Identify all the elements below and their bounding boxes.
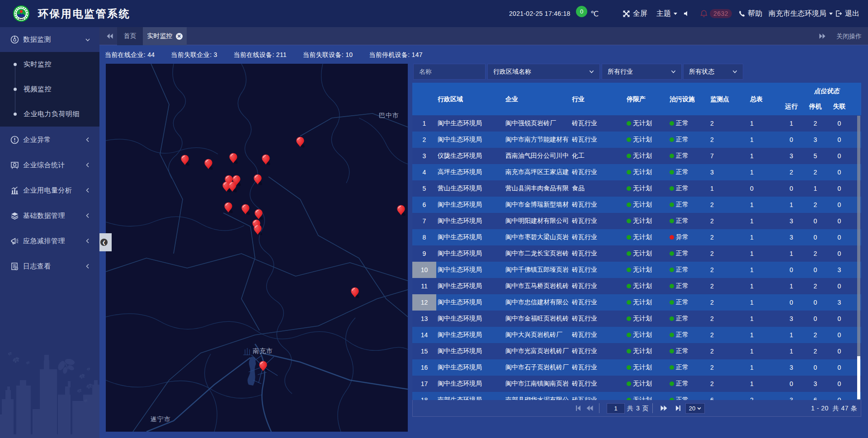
map-collapse-handle[interactable]: ❮ <box>99 233 112 251</box>
table-scrollbar[interactable] <box>857 116 860 400</box>
table-row-17[interactable]: 17阆中生态环境局阆中市江南镇阆南页岩砖瓦行业无计划正常21030 <box>412 376 861 392</box>
cell-company: 阆中市南方节能建材有 <box>505 136 571 144</box>
cell-run: 3 <box>779 396 803 400</box>
col-header: 停机 <box>803 102 827 111</box>
cell-points: 2 <box>710 331 746 339</box>
pager-divider <box>652 403 653 413</box>
name-filter-input[interactable]: 名称 <box>413 64 486 80</box>
next-page-icon[interactable] <box>660 404 668 412</box>
cell-facility-status: 正常 <box>670 396 708 400</box>
cell-industry: 砖瓦行业 <box>572 315 623 323</box>
tab-realtime-monitor[interactable]: 实时监控 ✕ <box>143 27 187 45</box>
app-header: 环保用电监管系统 2021-02-25 17:46:18 0 ℃ 全屏 主题 2… <box>0 0 868 27</box>
cell-points: 2 <box>710 315 746 322</box>
theme-button[interactable]: 主题 <box>656 0 677 27</box>
sidebar-item-2[interactable]: 企业综合统计 <box>0 152 99 178</box>
table-row-12[interactable]: 12阆中生态环境局阆中市忠信建材有限公砖瓦行业无计划正常21003 <box>412 294 861 311</box>
datetime: 2021-02-25 17:46:18 <box>509 0 571 27</box>
table-row-2[interactable]: 2阆中生态环境局阆中市南方节能建材有砖瓦行业无计划正常21030 <box>412 132 861 148</box>
table-row-8[interactable]: 8阆中生态环境局阆中市枣碧大梁山页岩砖瓦行业无计划异常21300 <box>412 229 861 245</box>
table-row-7[interactable]: 7阆中生态环境局阆中明阳建材有限公司砖瓦行业无计划正常21300 <box>412 213 861 229</box>
log-document-icon <box>10 262 19 271</box>
table-row-16[interactable]: 16阆中生态环境局阆中市石子页岩机砖厂砖瓦行业无计划正常21300 <box>412 359 861 376</box>
cell-meters: 1 <box>750 136 782 143</box>
table-row-6[interactable]: 6阆中生态环境局阆中市金博瑞新型墙材砖瓦行业无计划正常21120 <box>412 197 861 213</box>
region-filter-select[interactable]: 行政区域名称 <box>487 64 600 80</box>
industry-filter-select[interactable]: 所有行业 <box>602 64 682 80</box>
table-row-11[interactable]: 11阆中生态环境局阆中市五马桥页岩机砖砖瓦行业无计划正常21120 <box>412 278 861 294</box>
tabs-scroll-right-icon[interactable] <box>818 32 826 40</box>
help-button[interactable]: 帮助 <box>738 0 762 27</box>
logout-label: 退出 <box>845 9 859 19</box>
cell-run: 0 <box>779 185 803 192</box>
table-row-14[interactable]: 14阆中生态环境局阆中大兴页岩机砖厂砖瓦行业无计划正常21120 <box>412 327 861 343</box>
chevron-left-icon <box>85 238 90 244</box>
prev-page-icon[interactable] <box>585 404 594 412</box>
sidebar-item-6[interactable]: 日志查看 <box>0 254 99 279</box>
close-operations-button[interactable]: 关闭操作 <box>836 27 862 45</box>
cell-run: 0 <box>779 299 803 306</box>
last-page-icon[interactable] <box>674 404 682 412</box>
sidebar-subitem-实时监控[interactable]: 实时监控 <box>0 52 99 77</box>
cell-company: 阆中市石子页岩机砖厂 <box>505 363 571 372</box>
row-number: 17 <box>412 376 436 392</box>
cell-industry: 砖瓦行业 <box>572 201 623 209</box>
fullscreen-button[interactable]: 全屏 <box>623 0 647 27</box>
table-row-13[interactable]: 13阆中生态环境局阆中市金福旺页岩机砖砖瓦行业无计划正常21300 <box>412 311 861 327</box>
sidebar-item-5[interactable]: 应急减排管理 <box>0 228 99 254</box>
submenu-dot-icon <box>14 63 17 66</box>
sidebar-subitem-企业电力负荷明细[interactable]: 企业电力负荷明细 <box>0 102 99 127</box>
cell-stop: 3 <box>803 136 827 143</box>
cell-lost: 3 <box>827 266 851 273</box>
cell-meters: 1 <box>750 266 782 273</box>
cell-limit-status: 无计划 <box>627 266 668 274</box>
sidebar-item-4[interactable]: 基础数据管理 <box>0 203 99 228</box>
cell-company: 西南油气田分公司川中 <box>505 152 571 160</box>
cell-industry: 食品 <box>572 184 623 193</box>
total-pages-label: 共 3 页 <box>627 400 649 417</box>
tab-home[interactable]: 首页 <box>117 27 143 45</box>
map-panel[interactable]: 巴中市南充市遂宁市 <box>106 64 408 432</box>
table-row-5[interactable]: 5营山生态环境局营山县润丰肉食品有限食品无计划正常10010 <box>412 180 861 197</box>
table-row-15[interactable]: 15阆中生态环境局阆中市光富页岩机砖厂砖瓦行业无计划正常21120 <box>412 343 861 359</box>
tab-close-icon[interactable]: ✕ <box>176 33 183 40</box>
org-selector[interactable]: 南充市生态环境局 <box>769 0 833 27</box>
table-row-10[interactable]: 10阆中生态环境局阆中千佛镇五郎垭页岩砖瓦行业无计划正常21003 <box>412 262 861 278</box>
alarm-bell-button[interactable]: 2632 <box>700 0 732 27</box>
table-row-18[interactable]: 18南部生态环境局南部县砌华水泥有限公砖瓦行业无计划正常62360 <box>412 392 861 400</box>
cell-run: 1 <box>779 201 803 208</box>
table-row-9[interactable]: 9阆中生态环境局阆中市二龙长宝页岩砖砖瓦行业无计划正常21120 <box>412 245 861 262</box>
scrollbar-thumb[interactable] <box>857 356 860 399</box>
mute-button[interactable] <box>683 0 690 27</box>
fullscreen-icon <box>623 10 630 18</box>
table-row-1[interactable]: 1阆中生态环境局阆中强锐页岩砖厂砖瓦行业无计划正常21120 <box>412 115 861 132</box>
cell-meters: 1 <box>750 348 782 355</box>
cell-stop: 5 <box>803 152 827 160</box>
row-number: 8 <box>412 229 436 245</box>
cell-limit-status: 无计划 <box>627 168 668 176</box>
first-page-icon[interactable] <box>574 404 582 412</box>
sidebar-item-3[interactable]: 企业用电量分析 <box>0 178 99 203</box>
sidebar-item-0[interactable]: 数据监测 <box>0 27 99 52</box>
cell-lost: 0 <box>827 234 851 241</box>
logout-button[interactable]: 退出 <box>835 0 859 27</box>
phone-icon <box>738 10 745 17</box>
page-size-select[interactable]: 20 <box>685 403 705 414</box>
table-row-3[interactable]: 3仪陇生态环境局西南油气田分公司川中化工无计划正常71350 <box>412 148 861 164</box>
select-value: 行政区域名称 <box>493 68 531 76</box>
sidebar-subitem-视频监控[interactable]: 视频监控 <box>0 77 99 102</box>
sidebar-item-1[interactable]: 企业异常 <box>0 127 99 152</box>
cell-limit-status: 无计划 <box>627 201 668 209</box>
tabs-scroll-left-icon[interactable] <box>106 32 114 40</box>
table-row-4[interactable]: 4高坪生态环境局南充市高坪区王家店建砖瓦行业无计划正常31220 <box>412 164 861 180</box>
page-number-input[interactable]: 1 <box>607 403 625 414</box>
cell-limit-status: 无计划 <box>627 136 668 144</box>
status-dot-icon <box>670 251 674 256</box>
status-filter-select[interactable]: 所有状态 <box>683 64 743 80</box>
cell-company: 阆中市金博瑞新型墙材 <box>505 201 571 209</box>
cell-company: 阆中强锐页岩砖厂 <box>505 119 571 127</box>
chevron-left-icon <box>85 213 90 218</box>
cell-run: 3 <box>779 152 803 160</box>
table-header: 行政区域企业行业停限产治污设施监测点总表点位状态运行停机失联 <box>412 83 861 115</box>
status-dot-icon <box>627 316 631 321</box>
